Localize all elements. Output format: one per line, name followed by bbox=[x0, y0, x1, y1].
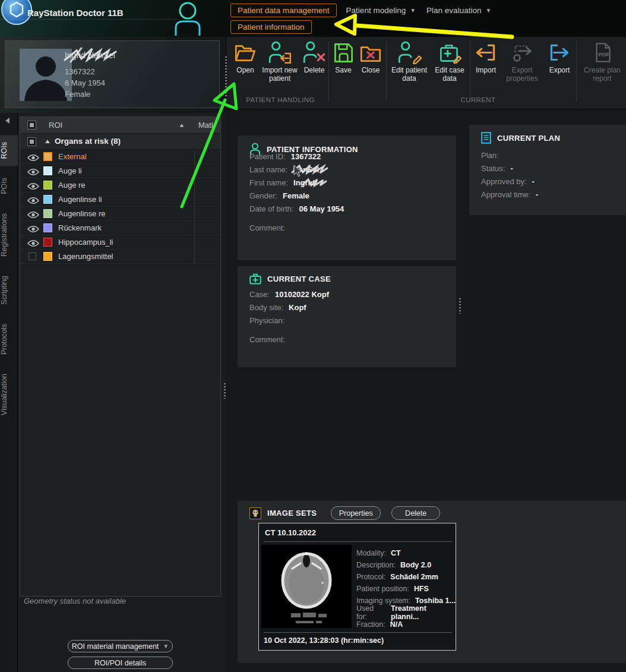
roi-name: Lagerungsmittel bbox=[58, 250, 113, 264]
roi-panel: ROI Matl Organs at risk (8) External Aug… bbox=[18, 113, 226, 672]
field-value: 06 May 1954 bbox=[299, 204, 344, 213]
roi-group-header[interactable]: Organs at risk (8) bbox=[20, 134, 220, 150]
roi-poi-details-button[interactable]: ROI/POI details bbox=[68, 657, 173, 669]
chevron-down-icon: ▼ bbox=[163, 643, 169, 649]
column-header-roi[interactable]: ROI bbox=[49, 121, 62, 130]
export-button[interactable]: Export bbox=[544, 40, 575, 102]
roi-row[interactable]: Auge re bbox=[20, 178, 220, 193]
export-icon bbox=[546, 40, 573, 66]
visibility-eye-icon[interactable] bbox=[27, 168, 39, 178]
image-set-timestamp: 10 Oct 2022, 13:28:03 (hr:min:sec) bbox=[264, 636, 384, 645]
roi-name: Rückenmark bbox=[58, 221, 102, 235]
image-set-properties-button[interactable]: Properties bbox=[331, 506, 381, 520]
roi-material-management-button[interactable]: ROI material management ▼ bbox=[68, 640, 173, 652]
delete-patient-icon bbox=[301, 40, 327, 66]
sidebar-item-visualization[interactable]: Visualization bbox=[0, 367, 18, 422]
roi-row[interactable]: Augenlinse li bbox=[20, 193, 220, 207]
image-set-delete-button[interactable]: Delete bbox=[391, 506, 440, 520]
roi-color-swatch[interactable] bbox=[43, 252, 52, 261]
splitter-handle[interactable] bbox=[224, 383, 226, 399]
toolbar-divider bbox=[328, 41, 329, 102]
create-plan-report-button[interactable]: PDF Create plan report bbox=[578, 40, 626, 102]
visibility-eye-icon[interactable] bbox=[27, 153, 39, 164]
roi-name: Auge li bbox=[58, 164, 82, 178]
patient-birth-date: 6 May 1954 bbox=[65, 78, 105, 87]
left-tab-strip: ROIs POIs Registrations Scripting Protoc… bbox=[0, 113, 18, 672]
visibility-eye-icon[interactable] bbox=[27, 210, 39, 221]
save-button[interactable]: Save bbox=[330, 40, 356, 102]
medical-case-icon bbox=[249, 273, 261, 285]
import-icon bbox=[473, 40, 499, 66]
import-new-patient-button[interactable]: Import new patient bbox=[258, 40, 301, 102]
visibility-eye-icon[interactable] bbox=[27, 196, 39, 207]
import-button[interactable]: Import bbox=[472, 40, 500, 102]
tab-plan-evaluation[interactable]: Plan evaluation ▼ bbox=[425, 4, 492, 17]
app-title: RayStation Doctor 11B bbox=[27, 8, 124, 18]
roi-row[interactable]: Rückenmark bbox=[20, 221, 220, 235]
roi-color-swatch[interactable] bbox=[43, 152, 52, 161]
close-button[interactable]: Close bbox=[356, 40, 385, 102]
current-case-panel: CURRENT CASE Case:10102022 Kopf Body sit… bbox=[238, 266, 456, 367]
field-value: 10102022 Kopf bbox=[275, 290, 329, 299]
visibility-checkbox-unchecked[interactable] bbox=[29, 253, 36, 260]
tab-patient-data-management[interactable]: Patient data management bbox=[230, 4, 337, 17]
tab-patient-modeling[interactable]: Patient modeling ▼ bbox=[345, 4, 417, 17]
field-value: - bbox=[510, 164, 513, 173]
visibility-eye-icon[interactable] bbox=[27, 239, 39, 250]
patient-information-panel: PATIENT INFORMATION Patient ID:1367322 L… bbox=[238, 135, 456, 260]
panel-title: CURRENT PLAN bbox=[497, 134, 560, 143]
roi-row[interactable]: Augenlinse re bbox=[20, 207, 220, 221]
sidebar-item-scripting[interactable]: Scripting bbox=[0, 269, 18, 312]
roi-color-swatch[interactable] bbox=[43, 195, 52, 204]
tab-patient-information[interactable]: Patient information bbox=[230, 20, 312, 34]
toolbar-divider bbox=[576, 41, 577, 102]
roi-color-swatch[interactable] bbox=[43, 166, 52, 175]
field-value: Female bbox=[283, 191, 309, 200]
detail-value: Schädel 2mm bbox=[390, 573, 438, 581]
sidebar-item-pois[interactable]: POIs bbox=[0, 171, 18, 201]
visibility-eye-icon[interactable] bbox=[27, 225, 39, 235]
delete-patient-button[interactable]: Delete bbox=[301, 40, 327, 102]
geometry-status-text: Geometry status not available bbox=[24, 597, 126, 605]
group-checkbox[interactable] bbox=[27, 137, 36, 146]
image-set-title: CT 10.10.2022 bbox=[265, 528, 316, 537]
sidebar-item-registrations[interactable]: Registrations bbox=[0, 206, 18, 264]
roi-row[interactable]: Lagerungsmittel bbox=[20, 250, 220, 264]
detail-value: HFS bbox=[414, 585, 429, 593]
image-set-card[interactable]: CT 10.10.2022 Modality:CT Description: bbox=[258, 523, 456, 651]
group-label: Organs at risk bbox=[55, 137, 109, 146]
splitter-handle[interactable] bbox=[459, 298, 461, 314]
patient-id: 1367322 bbox=[65, 67, 95, 76]
column-header-material[interactable]: Matl bbox=[198, 121, 213, 130]
roi-row[interactable]: Auge li bbox=[20, 164, 220, 178]
detail-label: Patient position: bbox=[356, 585, 409, 593]
field-label: Approved by: bbox=[481, 177, 527, 186]
current-plan-panel: CURRENT PLAN Plan: Status:- Approved by:… bbox=[469, 125, 626, 215]
export-properties-button[interactable]: Export properties bbox=[500, 40, 544, 102]
visibility-eye-icon[interactable] bbox=[27, 182, 39, 193]
detail-value: N/A bbox=[390, 620, 403, 629]
roi-row[interactable]: External bbox=[20, 150, 220, 164]
chevron-down-icon: ▼ bbox=[485, 7, 491, 14]
field-label: First name: bbox=[249, 178, 288, 187]
edit-case-icon bbox=[437, 40, 463, 66]
sidebar-item-rois[interactable]: ROIs bbox=[0, 135, 18, 166]
edit-patient-data-button[interactable]: Edit patient data bbox=[388, 40, 431, 102]
splitter-handle[interactable] bbox=[225, 56, 227, 98]
panel-title: CURRENT CASE bbox=[267, 275, 331, 283]
roi-table-header[interactable]: ROI Matl bbox=[20, 117, 220, 134]
collapse-panel-icon[interactable] bbox=[5, 118, 10, 124]
roi-color-swatch[interactable] bbox=[43, 223, 52, 232]
roi-row[interactable]: Hippocampus_li bbox=[20, 235, 220, 250]
open-button[interactable]: Open bbox=[232, 40, 258, 102]
field-value: 1367322 bbox=[291, 152, 321, 161]
roi-color-swatch[interactable] bbox=[43, 181, 52, 190]
field-label: Case: bbox=[249, 290, 270, 299]
select-all-checkbox[interactable] bbox=[27, 121, 36, 130]
collapse-group-icon[interactable] bbox=[45, 140, 50, 143]
roi-table: ROI Matl Organs at risk (8) External Aug… bbox=[20, 116, 221, 597]
roi-color-swatch[interactable] bbox=[43, 238, 52, 247]
roi-color-swatch[interactable] bbox=[43, 209, 52, 218]
edit-case-data-button[interactable]: Edit case data bbox=[431, 40, 469, 102]
sidebar-item-protocols[interactable]: Protocols bbox=[0, 317, 18, 362]
